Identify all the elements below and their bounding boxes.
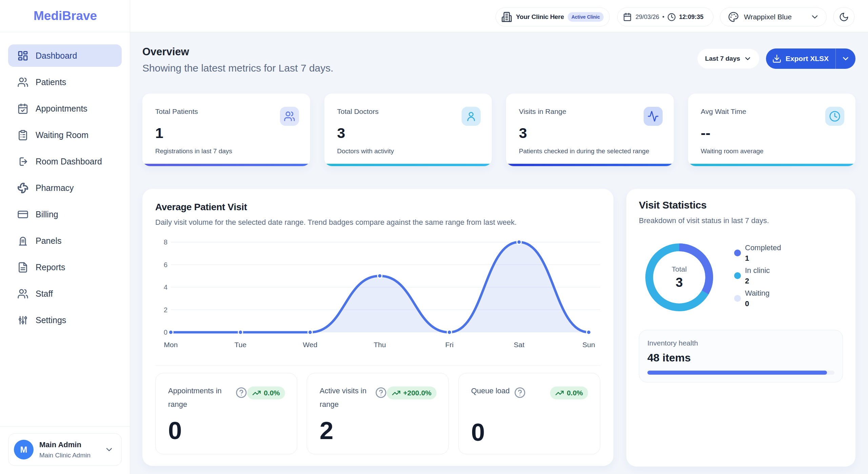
svg-text:Thu: Thu bbox=[374, 341, 386, 349]
svg-text:Fri: Fri bbox=[445, 341, 454, 349]
svg-text:Sun: Sun bbox=[582, 341, 595, 349]
svg-text:6: 6 bbox=[164, 261, 167, 269]
svg-text:Sat: Sat bbox=[514, 341, 525, 349]
svg-text:0: 0 bbox=[164, 329, 167, 336]
svg-text:Tue: Tue bbox=[235, 341, 246, 349]
svg-text:Mon: Mon bbox=[164, 341, 178, 349]
svg-text:Wed: Wed bbox=[303, 341, 318, 349]
svg-text:4: 4 bbox=[164, 283, 167, 291]
svg-text:2: 2 bbox=[164, 306, 167, 314]
svg-text:8: 8 bbox=[164, 238, 167, 246]
